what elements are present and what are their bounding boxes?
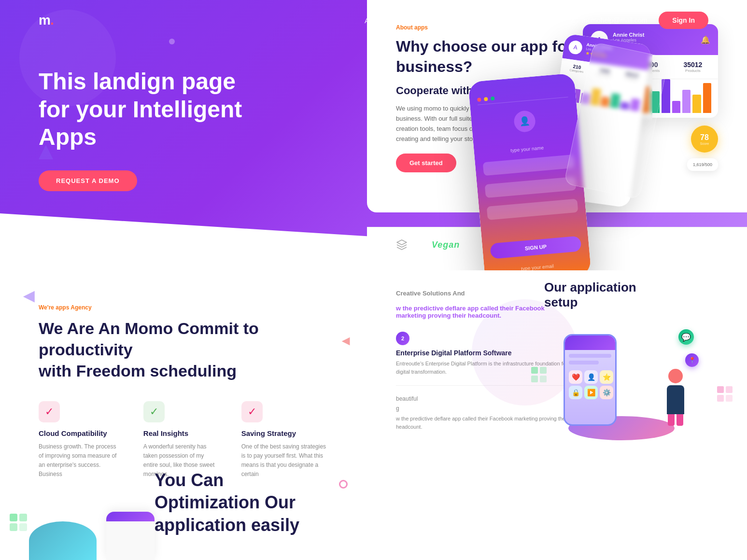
chart-bar (682, 90, 691, 113)
saving-check-icon: ✓ (248, 406, 256, 418)
setup-title: Our applicationsetup (544, 280, 718, 310)
person-body (667, 385, 684, 414)
mini-phone (106, 512, 155, 560)
person-leg-r (677, 414, 683, 426)
solution-2-desc: w the predictive deflare app called thei… (396, 415, 570, 431)
green-squares (531, 367, 547, 382)
teal-blob (29, 521, 97, 560)
app-setup-illustration: ❤️ 👤 ⭐ 🔒 ▶️ ⚙️ (544, 324, 699, 450)
phone-label-email: type your email (492, 261, 583, 270)
phone-avatar: 👤 (513, 110, 536, 133)
app-icon-gear: ⚙️ (600, 386, 613, 399)
tri-right-icon: ◄ (339, 333, 352, 349)
cloud-check-icon: ✓ (45, 406, 54, 418)
app-icon-star: ⭐ (600, 370, 613, 384)
cloud-icon-box: ✓ (39, 401, 60, 422)
phone-signup-button[interactable]: SIGN UP (490, 236, 581, 259)
nav-email: @ momohelp@mail.com (568, 15, 648, 25)
score-badge: 78 Score (691, 126, 718, 153)
bottom-left-section: You Can Optimization Our application eas… (0, 460, 367, 560)
stat-products: 35012 Products (683, 61, 702, 73)
download-badge: 1,619/500 (687, 158, 718, 171)
hero-phones: A Annie Christ Los Angeles ★★★★★ 210 Cat… (448, 29, 650, 270)
nav-links: Apps Portfolio Screen Pricing Page (365, 16, 549, 25)
app-icon-heart: ❤️ (569, 370, 582, 384)
nav-portfolio[interactable]: Portfolio (398, 16, 430, 25)
phone-back-avatar: A (568, 40, 583, 55)
signin-button[interactable]: Sign In (659, 12, 708, 29)
phone-input-extra (487, 199, 578, 220)
download-value: 1,619/500 (693, 162, 712, 167)
illus-person (667, 369, 684, 426)
chart-bar (692, 95, 701, 113)
nav-screen[interactable]: Screen (447, 16, 470, 25)
nav-page[interactable]: Page (532, 16, 549, 25)
saving-title: Saving Strategy (241, 429, 328, 437)
person-head (668, 369, 683, 383)
logo-dot: . (50, 13, 54, 28)
solution-step-2: 2 (396, 332, 409, 345)
score-label: Score (700, 142, 709, 145)
chart-bar (703, 83, 711, 113)
get-started-button[interactable]: Get started (396, 154, 456, 172)
insights-check-icon: ✓ (150, 406, 158, 418)
hero-title: This landign pagefor your Intelligent Ap… (39, 68, 261, 151)
cloud-title: Cloud Compatibility (39, 429, 119, 437)
about-title: We Are An Momo Commit to productivitywit… (39, 318, 328, 382)
person-legs (668, 414, 683, 426)
pink-squares (717, 386, 733, 402)
navbar: m. Apps Portfolio Screen Pricing Page @ … (0, 0, 747, 41)
solution-2-sub: g (396, 405, 570, 412)
score-value: 78 (700, 133, 709, 142)
logo: m. (39, 13, 54, 28)
float-pin-icon: 📍 (685, 353, 699, 367)
phone-input-email (485, 177, 577, 198)
page-wrapper: m. Apps Portfolio Screen Pricing Page @ … (0, 0, 747, 560)
insights-title: Real Insights (143, 429, 217, 437)
optimize-title: You Can Optimization Our application eas… (155, 460, 328, 537)
phone-label-name: type your name (482, 142, 573, 155)
tri-left-icon: ◄ (19, 285, 39, 307)
phone-input-name (483, 154, 575, 176)
phone-stat-categories: 210 Categories (569, 63, 584, 73)
saving-icon-box: ✓ (241, 401, 263, 422)
app-setup-section: Our applicationsetup ❤️ 👤 (544, 280, 718, 450)
email-icon: @ (568, 15, 578, 25)
agency-tag: We're apps Agency (39, 304, 328, 311)
solutions-section: Creative Solutions And w the predictive … (367, 270, 747, 460)
chart-bar (672, 101, 680, 113)
illus-phone: ❤️ 👤 ⭐ 🔒 ▶️ ⚙️ (564, 334, 617, 426)
nav-pricing[interactable]: Pricing (488, 16, 515, 25)
app-icon-user: 👤 (584, 370, 598, 384)
partner-brand (396, 239, 408, 251)
app-icon-lock: 🔒 (569, 386, 582, 399)
float-chat-icon: 💬 (678, 329, 694, 345)
bottom-green-squares (10, 514, 27, 531)
nav-apps[interactable]: Apps (365, 16, 381, 25)
person-leg-l (668, 414, 675, 426)
request-demo-button[interactable]: REQUEST A DEMO (39, 170, 137, 191)
insights-icon-box: ✓ (143, 401, 165, 422)
solutions-tag: Creative Solutions And (396, 290, 570, 297)
app-icon-play: ▶️ (584, 386, 598, 399)
